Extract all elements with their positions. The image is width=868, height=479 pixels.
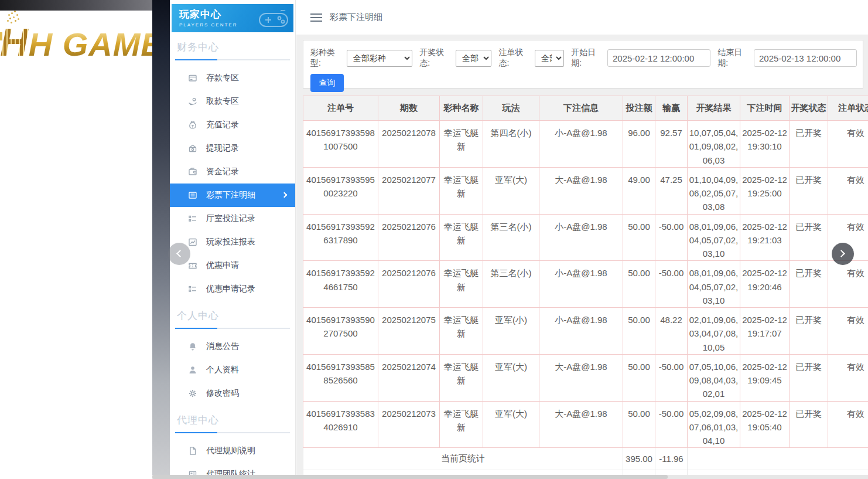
order-status-select[interactable]: 全部 [535, 50, 564, 67]
sidebar-item-password[interactable]: 修改密码 [170, 382, 295, 405]
horizontal-scrollbar[interactable] [152, 475, 868, 479]
cell-period: 20250212076 [378, 214, 440, 261]
scrollbar-thumb[interactable] [152, 475, 668, 479]
personal-menu: 消息公告 个人资料 修改密码 [170, 335, 295, 405]
notice-icon [188, 342, 197, 351]
cell-bet-amount: 50.00 [623, 354, 655, 401]
collapse-left-button[interactable] [168, 243, 190, 265]
sidebar-item-profile[interactable]: 个人资料 [170, 358, 295, 382]
table-row: 401569173935902707500 20250212075 幸运飞艇新 … [303, 308, 868, 355]
table-row: 401569173935858526560 20250212074 幸运飞艇新 … [303, 354, 868, 401]
order-status-label: 注单状态: [498, 47, 532, 69]
sidebar-item-hall-bet-record[interactable]: 厅室投注记录 [170, 207, 295, 230]
cell-bet-amount: 50.00 [623, 261, 655, 308]
hamburger-menu-icon[interactable] [310, 11, 322, 24]
password-icon [188, 389, 197, 398]
cell-bet-time: 2025-02-12 19:20:46 [740, 261, 790, 308]
cell-bet-info: 大-A盘@1.98 [539, 167, 623, 214]
bets-table: 注单号 期数 彩种名称 玩法 下注信息 投注额 输赢 开奖结果 下注时间 开奖状… [303, 96, 868, 479]
cell-bet-time: 2025-02-12 19:17:07 [740, 308, 790, 355]
sidebar-item-label: 取款专区 [206, 96, 239, 107]
lottery-type-select[interactable]: 全部彩种 [347, 50, 412, 67]
cell-bet-time: 2025-02-12 19:25:00 [740, 167, 790, 214]
end-date-input[interactable] [754, 49, 857, 67]
start-date-label: 开始日期: [571, 47, 604, 69]
footer-label: 当前页统计 [303, 448, 623, 470]
sidebar-item-label: 优惠申请 [206, 260, 239, 271]
cell-bet-amount: 50.00 [623, 214, 655, 261]
app-window: HH GAME 玩家中心 PLAYERS CENTER 财务中心 存 [0, 0, 868, 479]
section-title-agent: 代理中心 [177, 413, 295, 427]
main-topbar: 彩票下注明细 [296, 0, 868, 35]
column-header: 投注额 [623, 96, 655, 121]
sidebar-item-label: 代理规则说明 [206, 446, 255, 456]
cell-result: 02,01,09,06,03,04,07,08,10,05 [688, 308, 740, 355]
search-button[interactable]: 查询 [310, 74, 344, 92]
column-header: 下注信息 [539, 96, 623, 121]
cell-order-status: 有效 [828, 308, 868, 355]
scroll-right-button[interactable] [832, 243, 854, 265]
player-bet-report-icon [188, 237, 197, 247]
sidebar-item-agent-rules[interactable]: 代理规则说明 [170, 439, 295, 463]
sidebar-item-withdraw[interactable]: 取款专区 [170, 90, 295, 113]
sidebar-item-withdrawal-record[interactable]: 提现记录 [170, 137, 295, 160]
sidebar: 玩家中心 PLAYERS CENTER 财务中心 存款专区 取款专区 [170, 0, 296, 479]
draw-status-select[interactable]: 全部 [456, 50, 491, 67]
filter-row: 彩种类型: 全部彩种 开奖状态: 全部 注单状态: 全部 开始日期: 结束日期: [310, 47, 857, 69]
cell-period: 20250212075 [378, 308, 440, 355]
cell-order-no: 401569173935950023220 [303, 167, 378, 214]
section-underline [175, 59, 290, 60]
lottery-bet-detail-icon [188, 191, 197, 200]
logo-text: H GAME [29, 26, 152, 63]
sidebar-item-label: 修改密码 [206, 388, 239, 399]
section-underline [175, 328, 290, 329]
cell-bet-amount: 50.00 [623, 401, 655, 448]
page-title: 彩票下注明细 [330, 12, 382, 23]
cell-winloss: -50.00 [655, 354, 688, 401]
cell-result: 07,05,10,06,09,08,04,03,02,01 [688, 354, 740, 401]
cell-bet-info: 小-A盘@1.98 [539, 214, 623, 261]
sidebar-item-label: 厅室投注记录 [206, 213, 255, 224]
table-row: 401569173935981007500 20250212078 幸运飞艇新 … [303, 121, 868, 168]
cell-draw-status: 已开奖 [790, 121, 828, 168]
column-header: 输赢 [655, 96, 688, 121]
lottery-type-label: 彩种类型: [310, 47, 344, 69]
cell-play: 第三名(小) [483, 214, 539, 261]
cell-result: 08,01,09,06,04,05,07,02,03,10 [688, 214, 740, 261]
table-header: 注单号 期数 彩种名称 玩法 下注信息 投注额 输赢 开奖结果 下注时间 开奖状… [303, 96, 868, 121]
sidebar-item-notice[interactable]: 消息公告 [170, 335, 295, 358]
cell-bet-amount: 49.00 [623, 167, 655, 214]
sidebar-item-funds-record[interactable]: 资金记录 [170, 160, 295, 184]
site-logo: HH GAME [0, 20, 152, 64]
cell-result: 10,07,05,04,01,09,08,02,06,03 [688, 121, 740, 168]
column-header: 下注时间 [740, 96, 790, 121]
promo-apply-record-icon [188, 284, 197, 294]
cell-order-no: 401569173935924661750 [303, 261, 378, 308]
sidebar-item-label: 消息公告 [206, 341, 239, 352]
sidebar-item-lottery-bet-detail[interactable]: 彩票下注明细 [170, 184, 295, 207]
cell-draw-status: 已开奖 [790, 401, 828, 448]
sidebar-item-label: 优惠申请记录 [206, 284, 255, 294]
cell-draw-status: 已开奖 [790, 308, 828, 355]
cell-period: 20250212073 [378, 401, 440, 448]
cell-lottery: 幸运飞艇新 [440, 167, 483, 214]
cell-bet-time: 2025-02-12 19:05:40 [740, 401, 790, 448]
cell-draw-status: 已开奖 [790, 261, 828, 308]
cell-lottery: 幸运飞艇新 [440, 121, 483, 168]
cell-bet-time: 2025-02-12 19:30:10 [740, 121, 790, 168]
chevron-left-icon [176, 250, 184, 257]
sidebar-item-deposit[interactable]: 存款专区 [170, 66, 295, 90]
start-date-input[interactable] [607, 49, 710, 67]
cell-bet-amount: 50.00 [623, 308, 655, 355]
cell-order-no: 401569173935858526560 [303, 354, 378, 401]
finance-menu: 存款专区 取款专区 充值记录 提现记录 资金记录 彩票下注明细 [170, 66, 295, 301]
sidebar-item-promo-apply-record[interactable]: 优惠申请记录 [170, 277, 295, 301]
cell-lottery: 幸运飞艇新 [440, 261, 483, 308]
cell-period: 20250212076 [378, 261, 440, 308]
column-header: 注单状态 [828, 96, 868, 121]
sidebar-item-recharge-record[interactable]: 充值记录 [170, 113, 295, 137]
column-header: 彩种名称 [440, 96, 483, 121]
cell-order-status: 有效 [828, 261, 868, 308]
main-content: 彩种类型: 全部彩种 开奖状态: 全部 注单状态: 全部 开始日期: 结束日期:… [296, 35, 868, 479]
sidebar-item-label: 存款专区 [206, 73, 239, 83]
